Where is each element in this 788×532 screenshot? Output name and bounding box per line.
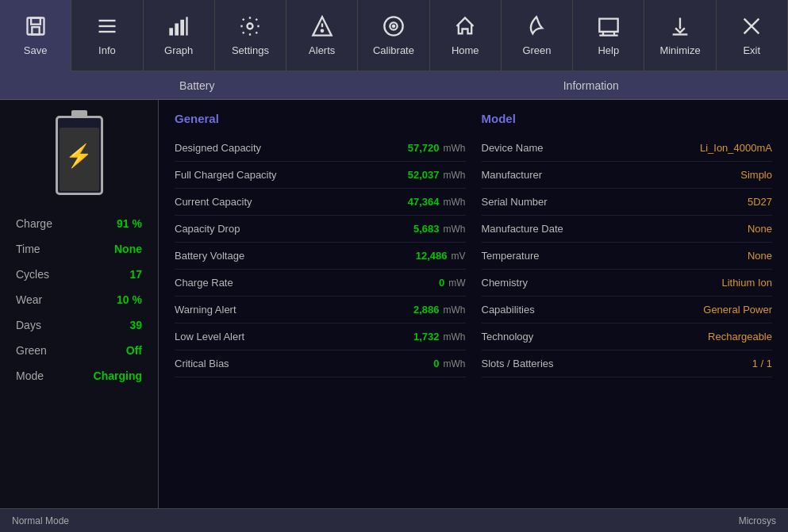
stat-label: Green — [16, 344, 47, 357]
info-row-number: 47,364 — [408, 196, 440, 208]
info-row-text: Simplo — [740, 169, 772, 181]
svg-rect-7 — [175, 23, 179, 35]
alerts-icon — [311, 15, 333, 40]
info-row-number: 0 — [433, 358, 439, 369]
home-label: Home — [452, 44, 479, 56]
calibrate-icon — [382, 15, 405, 40]
info-row-text: None — [748, 250, 772, 262]
info-row: Device NameLi_Ion_4000mA — [482, 135, 773, 162]
info-row: TechnologyRechargeable — [482, 323, 773, 350]
info-row-text: Rechargeable — [708, 331, 772, 343]
info-row-text: 1 / 1 — [752, 358, 772, 369]
info-row: ManufacturerSimplo — [482, 162, 773, 189]
info-row-label: Manufacturer — [482, 169, 543, 181]
info-row: Current Capacity47,364mWh — [175, 189, 466, 216]
info-row-number: 5,683 — [413, 223, 440, 235]
toolbar-btn-graph[interactable]: Graph — [144, 0, 215, 71]
info-row-unit: mV — [452, 251, 466, 262]
info-row: Low Level Alert1,732mWh — [175, 323, 466, 350]
svg-rect-9 — [186, 17, 187, 35]
save-label: Save — [24, 44, 48, 56]
info-row-label: Capabilities — [482, 304, 535, 316]
info-row-unit: mWh — [444, 358, 466, 369]
info-row-number: 0 — [439, 277, 444, 289]
toolbar-btn-info[interactable]: Info — [71, 0, 143, 71]
toolbar-btn-settings[interactable]: Settings — [215, 0, 286, 71]
toolbar-btn-alerts[interactable]: Alerts — [286, 0, 358, 71]
section-info-label: Information — [394, 79, 789, 92]
info-row-unit: mWh — [444, 197, 466, 208]
info-row-label: Current Capacity — [175, 196, 252, 208]
info-row-label: Serial Number — [482, 196, 548, 208]
info-row-text: Li_Ion_4000mA — [700, 142, 772, 154]
section-header: Battery Information — [0, 71, 788, 100]
svg-rect-6 — [169, 28, 173, 35]
toolbar-btn-help[interactable]: Help — [573, 0, 644, 71]
info-row: Critical Bias0mWh — [175, 350, 466, 377]
info-row-value: 5,683mWh — [413, 223, 466, 235]
save-icon — [25, 15, 47, 40]
settings-icon — [239, 15, 261, 40]
toolbar: Save Info Graph Settings Alerts Calibrat… — [0, 0, 788, 71]
info-row-label: Chemistry — [482, 277, 529, 289]
toolbar-btn-exit[interactable]: Exit — [717, 0, 788, 71]
info-row-unit: mW — [448, 277, 465, 289]
info-row: CapabilitiesGeneral Power — [482, 297, 773, 323]
info-row-value: 0mWh — [433, 358, 465, 369]
svg-rect-2 — [32, 27, 39, 34]
info-columns: General Designed Capacity57,720mWhFull C… — [175, 112, 772, 377]
status-left: Normal Mode — [12, 515, 69, 526]
model-rows: Device NameLi_Ion_4000mAManufacturerSimp… — [482, 135, 773, 377]
info-row-text: General Power — [703, 304, 772, 316]
svg-rect-8 — [180, 19, 184, 35]
toolbar-btn-calibrate[interactable]: Calibrate — [358, 0, 429, 71]
info-row: Charge Rate0mW — [175, 270, 466, 297]
sidebar: ⚡ Charge91 %TimeNoneCycles17Wear10 %Days… — [0, 100, 159, 508]
statusbar: Normal Mode Microsys — [0, 508, 788, 532]
stat-row-time: TimeNone — [8, 236, 150, 262]
stat-value: None — [114, 243, 142, 255]
battery-icon: ⚡ — [56, 116, 103, 195]
info-row: ChemistryLithium Ion — [482, 270, 773, 297]
svg-rect-1 — [31, 17, 40, 24]
info-row-label: Charge Rate — [175, 277, 233, 289]
home-icon — [454, 15, 476, 40]
calibrate-label: Calibrate — [373, 44, 414, 56]
stat-row-green: GreenOff — [8, 338, 150, 363]
green-label: Green — [522, 44, 551, 56]
stat-label: Charge — [16, 217, 52, 230]
info-row-label: Battery Voltage — [175, 250, 244, 262]
help-label: Help — [598, 44, 619, 56]
sidebar-stats: Charge91 %TimeNoneCycles17Wear10 %Days39… — [8, 211, 150, 388]
info-row: Warning Alert2,886mWh — [175, 297, 466, 323]
status-right: Microsys — [739, 515, 776, 526]
green-icon — [525, 15, 548, 40]
info-panel: General Designed Capacity57,720mWhFull C… — [159, 100, 788, 508]
general-title: General — [175, 112, 466, 125]
info-row-label: Device Name — [482, 142, 544, 154]
svg-point-12 — [321, 29, 323, 31]
info-row-label: Full Charged Capacity — [175, 169, 277, 181]
info-row: Serial Number5D27 — [482, 189, 773, 216]
info-row-unit: mWh — [444, 224, 466, 235]
stat-row-mode: ModeCharging — [8, 363, 150, 388]
info-row-unit: mWh — [444, 170, 466, 181]
toolbar-btn-green[interactable]: Green — [502, 0, 573, 71]
info-row: Capacity Drop5,683mWh — [175, 216, 466, 243]
info-row-text: Lithium Ion — [721, 277, 772, 289]
toolbar-btn-minimize[interactable]: Minimize — [644, 0, 716, 71]
stat-label: Cycles — [16, 268, 49, 281]
exit-label: Exit — [743, 44, 760, 56]
toolbar-btn-save[interactable]: Save — [0, 0, 71, 71]
info-row-value: 47,364mWh — [408, 196, 466, 208]
info-row-unit: mWh — [444, 331, 466, 343]
svg-point-10 — [248, 23, 253, 29]
info-row-unit: mWh — [444, 143, 466, 154]
info-row-text: 5D27 — [748, 196, 772, 208]
info-row-label: Designed Capacity — [175, 142, 261, 154]
minimize-label: Minimize — [659, 44, 700, 56]
info-row-label: Manufacture Date — [482, 223, 563, 235]
info-row-label: Warning Alert — [175, 304, 236, 316]
info-row-number: 52,037 — [408, 169, 440, 181]
toolbar-btn-home[interactable]: Home — [430, 0, 502, 71]
